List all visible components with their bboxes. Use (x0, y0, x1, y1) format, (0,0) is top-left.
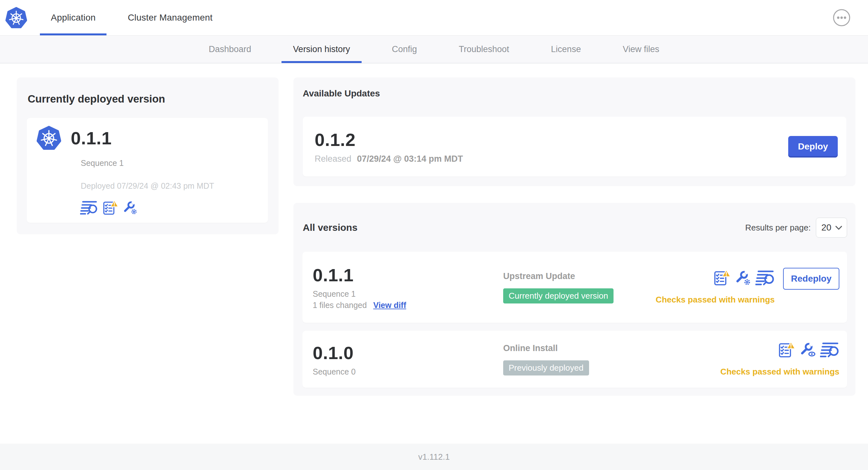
deployed-timestamp: Deployed 07/29/24 @ 02:43 pm MDT (81, 181, 261, 191)
update-version-number: 0.1.2 (315, 129, 463, 150)
version-source-label: Upstream Update (503, 271, 656, 281)
ellipsis-menu-icon (833, 9, 850, 27)
version-row: 0.1.1 Sequence 1 1 files changed View di… (302, 252, 847, 323)
config-gear-icon[interactable] (123, 200, 138, 215)
kubernetes-logo (37, 125, 61, 151)
preflight-checks-warning-icon[interactable] (714, 270, 731, 286)
logs-icon[interactable] (80, 200, 98, 215)
deploy-button[interactable]: Deploy (788, 136, 838, 158)
all-versions-title: All versions (303, 222, 358, 233)
available-updates-card: Available Updates 0.1.2 Released 07/29/2… (293, 77, 856, 186)
footer: v1.112.1 (0, 444, 868, 470)
results-per-page-select[interactable]: 20 (816, 217, 847, 238)
all-versions-card: All versions Results per page: 20 0.1.1 … (293, 203, 856, 396)
ellipsis-menu-button[interactable] (833, 9, 850, 27)
deployed-card-title: Currently deployed version (28, 93, 268, 105)
subnav-config[interactable]: Config (380, 36, 429, 63)
preflight-status-text[interactable]: Checks passed with warnings (720, 367, 839, 377)
deployed-sequence: Sequence 1 (81, 159, 261, 168)
config-view-icon[interactable] (800, 342, 816, 358)
released-timestamp: 07/29/24 @ 03:14 pm MDT (357, 154, 463, 164)
row-version-number: 0.1.0 (313, 342, 503, 363)
app-logo (0, 0, 27, 35)
currently-deployed-card: Currently deployed version (17, 77, 279, 234)
row-sequence: Sequence 0 (313, 367, 503, 376)
tab-cluster-management[interactable]: Cluster Management (117, 0, 224, 35)
redeploy-button[interactable]: Redeploy (783, 268, 839, 290)
subnav-view-files[interactable]: View files (611, 36, 671, 63)
available-updates-title: Available Updates (303, 89, 846, 99)
row-version-number: 0.1.1 (313, 265, 503, 286)
subnav-license[interactable]: License (539, 36, 593, 63)
view-diff-link[interactable]: View diff (373, 301, 406, 310)
deployed-version-number: 0.1.1 (71, 128, 112, 148)
config-gear-icon[interactable] (735, 270, 751, 286)
version-row: 0.1.0 Sequence 0 Online Install Previous… (302, 331, 847, 388)
results-per-page-label: Results per page: (745, 223, 811, 233)
row-sequence: Sequence 1 (313, 289, 503, 299)
released-label: Released (315, 154, 351, 164)
subnav-version-history[interactable]: Version history (281, 36, 362, 63)
topbar: Application Cluster Management (0, 0, 868, 35)
preflight-status-text[interactable]: Checks passed with warnings (656, 295, 775, 305)
top-tabs: Application Cluster Management (40, 0, 224, 35)
version-source-label: Online Install (503, 343, 720, 353)
app-subnav: Dashboard Version history Config Trouble… (0, 35, 868, 63)
deployed-version-panel: 0.1.1 Sequence 1 Deployed 07/29/24 @ 02:… (27, 118, 268, 223)
update-row: 0.1.2 Released 07/29/24 @ 03:14 pm MDT D… (303, 117, 846, 176)
chevron-down-icon (835, 226, 842, 230)
tab-application[interactable]: Application (40, 0, 106, 35)
preflight-checks-warning-icon[interactable] (103, 200, 118, 215)
subnav-troubleshoot[interactable]: Troubleshoot (447, 36, 521, 63)
status-badge: Previously deployed (503, 360, 589, 375)
logs-icon[interactable] (820, 342, 839, 358)
status-badge: Currently deployed version (503, 289, 614, 303)
kubernetes-logo (5, 6, 27, 29)
logs-icon[interactable] (755, 270, 775, 286)
preflight-checks-warning-icon[interactable] (778, 342, 795, 358)
files-changed-label: 1 files changed (313, 301, 367, 310)
version-history-page: Currently deployed version (0, 63, 868, 396)
console-version: v1.112.1 (418, 452, 450, 462)
subnav-dashboard[interactable]: Dashboard (197, 36, 263, 63)
results-per-page-value: 20 (822, 223, 831, 233)
